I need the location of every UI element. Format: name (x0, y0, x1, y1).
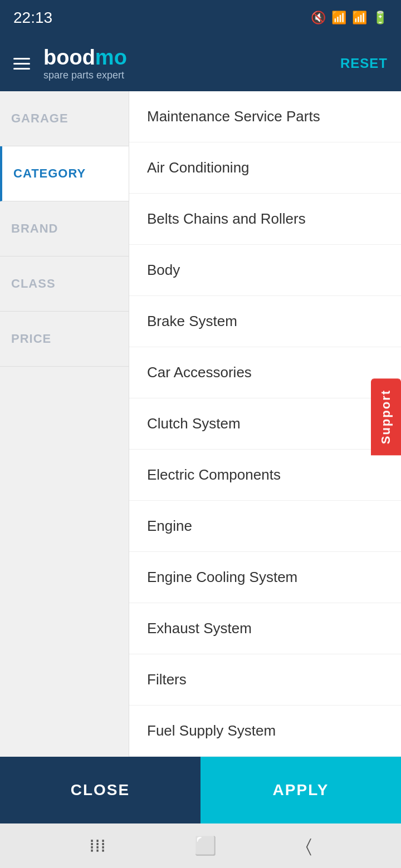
support-button[interactable]: Support (371, 378, 401, 455)
signal-icon: 📶 (352, 11, 367, 25)
nav-home-icon[interactable]: ⬜ (194, 835, 217, 856)
category-item-engine[interactable]: Engine (129, 501, 401, 552)
nav-back-icon[interactable]: 〈 (306, 836, 312, 856)
logo-bood: bood (43, 46, 95, 69)
apply-button[interactable]: APPLY (200, 757, 401, 823)
category-item-engine-cooling[interactable]: Engine Cooling System (129, 552, 401, 603)
category-list: Maintenance Service Parts Air Conditioni… (129, 91, 401, 757)
category-item-brake-system[interactable]: Brake System (129, 296, 401, 347)
close-button[interactable]: CLOSE (0, 757, 200, 823)
category-item-body[interactable]: Body (129, 245, 401, 296)
bottom-bar: CLOSE APPLY (0, 757, 401, 823)
category-item-air-conditioning[interactable]: Air Conditioning (129, 142, 401, 194)
status-icons: 🔇 📶 📶 🔋 (311, 11, 388, 25)
main-content: GARAGE CATEGORY BRAND CLASS PRICE Mainte… (0, 91, 401, 757)
sidebar: GARAGE CATEGORY BRAND CLASS PRICE (0, 91, 129, 757)
category-item-belts-chains[interactable]: Belts Chains and Rollers (129, 194, 401, 245)
status-bar: 22:13 🔇 📶 📶 🔋 (0, 0, 401, 36)
header: boodmo spare parts expert RESET (0, 36, 401, 91)
category-item-car-accessories[interactable]: Car Accessories (129, 347, 401, 398)
logo-tagline: spare parts expert (43, 70, 340, 81)
hamburger-menu[interactable] (13, 58, 30, 70)
category-item-clutch-system[interactable]: Clutch System (129, 398, 401, 450)
hamburger-line-1 (13, 58, 30, 60)
sidebar-item-price[interactable]: PRICE (0, 312, 129, 367)
sidebar-item-brand[interactable]: BRAND (0, 201, 129, 257)
logo: boodmo spare parts expert (43, 46, 340, 81)
category-item-fuel-supply[interactable]: Fuel Supply System (129, 706, 401, 757)
hamburger-line-3 (13, 68, 30, 70)
reset-button[interactable]: RESET (340, 56, 388, 71)
sidebar-item-class[interactable]: CLASS (0, 257, 129, 312)
logo-text: boodmo (43, 46, 340, 70)
sidebar-item-category[interactable]: CATEGORY (0, 146, 129, 201)
mute-icon: 🔇 (311, 11, 326, 25)
battery-icon: 🔋 (373, 11, 388, 25)
nav-bar: ⁞⁞⁞ ⬜ 〈 (0, 823, 401, 868)
nav-menu-icon[interactable]: ⁞⁞⁞ (89, 835, 106, 856)
sidebar-item-garage[interactable]: GARAGE (0, 91, 129, 146)
category-item-electric-components[interactable]: Electric Components (129, 450, 401, 501)
logo-mo: mo (95, 46, 127, 69)
category-item-maintenance[interactable]: Maintenance Service Parts (129, 91, 401, 142)
status-time: 22:13 (13, 9, 52, 27)
category-item-filters[interactable]: Filters (129, 654, 401, 706)
category-item-exhaust-system[interactable]: Exhaust System (129, 603, 401, 654)
wifi-icon: 📶 (331, 11, 346, 25)
hamburger-line-2 (13, 63, 30, 65)
